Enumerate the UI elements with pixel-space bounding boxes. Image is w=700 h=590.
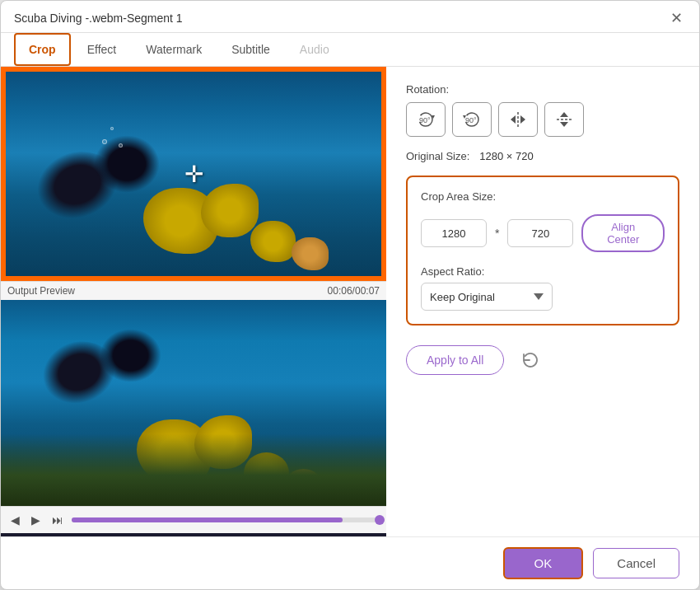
crop-height-input[interactable] [507, 219, 573, 247]
cancel-button[interactable]: Cancel [593, 548, 679, 578]
crop-area-section: Crop Area Size: * Align Center Aspect Ra… [406, 176, 679, 325]
video-timestamp: 00:06/00:07 [328, 285, 380, 297]
coral-scene-bottom [1, 300, 386, 506]
tab-bar: Crop Effect Watermark Subtitle Audio [1, 33, 699, 67]
tab-subtitle[interactable]: Subtitle [218, 35, 283, 64]
original-size-value: 1280 × 720 [479, 150, 533, 162]
svg-marker-8 [520, 115, 525, 124]
crop-width-input[interactable] [421, 219, 487, 247]
apply-to-all-button[interactable]: Apply to All [406, 345, 504, 375]
main-content: ✛ Output Preview 00:06/00:07 [1, 67, 699, 536]
bottom-actions: Apply to All [406, 345, 679, 375]
tab-audio: Audio [287, 35, 343, 64]
svg-marker-10 [560, 112, 568, 117]
progress-thumb [375, 515, 385, 525]
ok-button[interactable]: OK [503, 547, 584, 579]
progress-fill [72, 517, 343, 522]
rotation-section: Rotation: 90° 90° [406, 83, 679, 137]
video-preview-top[interactable]: ✛ [1, 67, 386, 281]
output-preview-bar: Output Preview 00:06/00:07 [1, 281, 386, 300]
title-bar: Scuba Diving -.webm-Segment 1 ✕ [1, 1, 699, 33]
dialog-title: Scuba Diving -.webm-Segment 1 [14, 12, 183, 25]
prev-frame-button[interactable]: ◀ [7, 512, 23, 528]
crop-area-title: Crop Area Size: [421, 190, 665, 203]
aspect-ratio-row: Aspect Ratio: Keep Original 16:9 4:3 1:1… [421, 265, 665, 311]
crop-handle[interactable] [3, 69, 384, 279]
tab-crop[interactable]: Crop [14, 33, 71, 66]
close-button[interactable]: ✕ [667, 9, 686, 27]
original-size-row: Original Size: 1280 × 720 [406, 150, 679, 162]
flip-vertical-button[interactable] [544, 102, 584, 137]
tab-watermark[interactable]: Watermark [133, 35, 215, 64]
diver-bottom-2 [100, 329, 161, 382]
video-output-preview [1, 300, 386, 506]
aspect-ratio-select[interactable]: Keep Original 16:9 4:3 1:1 9:16 [421, 283, 553, 311]
play-button[interactable]: ▶ [28, 512, 44, 528]
svg-text:90°: 90° [465, 116, 477, 124]
svg-marker-7 [511, 115, 516, 124]
player-controls: ◀ ▶ ⏭ [1, 506, 386, 533]
dialog-window: Scuba Diving -.webm-Segment 1 ✕ Crop Eff… [0, 0, 700, 590]
rotate-ccw-button[interactable]: 90° [452, 102, 492, 137]
original-size-label: Original Size: [406, 150, 469, 162]
aspect-ratio-label: Aspect Ratio: [421, 265, 665, 278]
reset-button[interactable] [517, 347, 544, 373]
rotate-cw-button[interactable]: 90° [406, 102, 446, 137]
rotation-label: Rotation: [406, 83, 679, 96]
tab-effect[interactable]: Effect [74, 35, 130, 64]
multiply-sign: * [495, 227, 499, 240]
seabed [1, 403, 386, 506]
progress-bar[interactable] [72, 517, 380, 522]
next-frame-button[interactable]: ⏭ [49, 512, 67, 528]
rotation-buttons: 90° 90° [406, 102, 679, 137]
crop-inputs-row: * Align Center [421, 214, 665, 252]
svg-text:90°: 90° [419, 116, 431, 124]
right-panel: Rotation: 90° 90° [386, 67, 699, 536]
flip-horizontal-button[interactable] [498, 102, 538, 137]
output-preview-label: Output Preview [7, 285, 75, 297]
left-panel: ✛ Output Preview 00:06/00:07 [1, 67, 386, 536]
svg-marker-11 [560, 122, 568, 127]
align-center-button[interactable]: Align Center [581, 214, 665, 252]
footer: OK Cancel [1, 536, 699, 589]
